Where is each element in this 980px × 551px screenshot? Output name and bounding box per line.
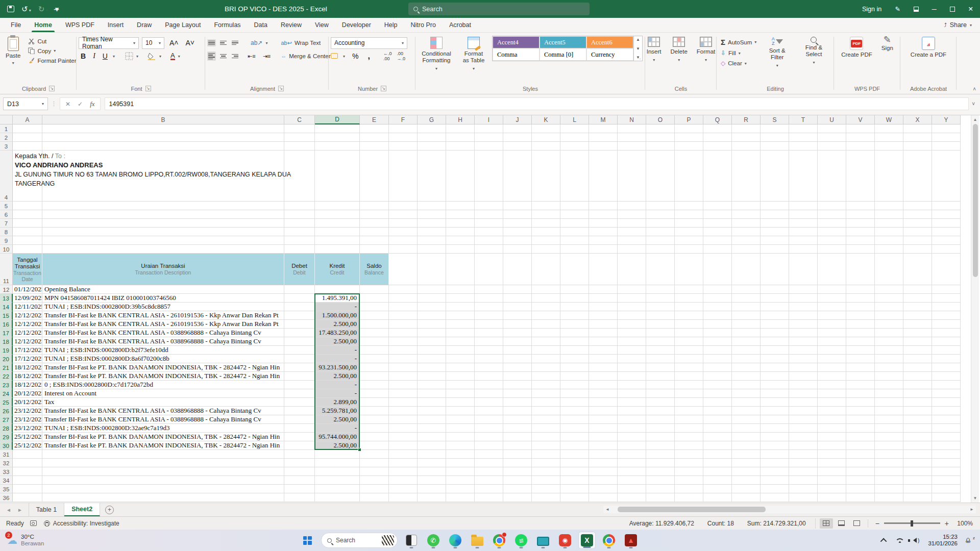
column-header-P[interactable]: P xyxy=(675,115,703,124)
cell-I3[interactable] xyxy=(475,142,503,151)
cell-Q27[interactable] xyxy=(703,415,732,424)
cell-N32[interactable] xyxy=(618,459,646,467)
cell-B31[interactable] xyxy=(42,450,284,459)
cell-N7[interactable] xyxy=(618,219,646,228)
cell-R26[interactable] xyxy=(732,407,761,415)
ribbon-tab-home[interactable]: Home xyxy=(28,18,59,32)
cut-button[interactable]: Cut xyxy=(26,36,78,46)
cell-S34[interactable] xyxy=(761,476,789,485)
cell-O36[interactable] xyxy=(646,493,675,502)
cell-R17[interactable] xyxy=(732,329,761,337)
cell-Y24[interactable] xyxy=(932,389,961,398)
cell-B17[interactable]: Transfer BI-Fast ke BANK CENTRAL ASIA - … xyxy=(42,329,284,337)
column-header-O[interactable]: O xyxy=(646,115,675,124)
cell-G24[interactable] xyxy=(418,389,446,398)
cell-J4[interactable] xyxy=(503,151,532,202)
cell-C27[interactable] xyxy=(284,415,315,424)
cell-Q16[interactable] xyxy=(703,320,732,329)
cell-J12[interactable] xyxy=(503,285,532,294)
notification-bell-icon[interactable]: 🕭z xyxy=(963,536,974,544)
cell-I31[interactable] xyxy=(475,450,503,459)
cell-E3[interactable] xyxy=(360,142,389,151)
cell-G11[interactable] xyxy=(418,254,446,285)
cell-E1[interactable] xyxy=(360,124,389,133)
cell-V18[interactable] xyxy=(846,337,875,346)
cell-J16[interactable] xyxy=(503,320,532,329)
cell-D18[interactable]: 2.500,00 xyxy=(315,337,360,346)
cell-F7[interactable] xyxy=(389,219,418,228)
cell-W21[interactable] xyxy=(875,363,903,372)
cell-C34[interactable] xyxy=(284,476,315,485)
cell-R10[interactable] xyxy=(732,245,761,254)
cell-J3[interactable] xyxy=(503,142,532,151)
fill-button[interactable]: ⇩Fill▾ xyxy=(719,48,758,58)
cell-T13[interactable] xyxy=(789,294,818,303)
cell-D35[interactable] xyxy=(315,485,360,493)
cell-I4[interactable] xyxy=(475,151,503,202)
cell-L33[interactable] xyxy=(560,467,589,476)
cell-E26[interactable] xyxy=(360,407,389,415)
cell-W5[interactable] xyxy=(875,202,903,210)
cell-T23[interactable] xyxy=(789,381,818,389)
cell-V30[interactable] xyxy=(846,441,875,450)
cell-Y19[interactable] xyxy=(932,346,961,355)
cell-J26[interactable] xyxy=(503,407,532,415)
cell-D7[interactable] xyxy=(315,219,360,228)
cell-W27[interactable] xyxy=(875,415,903,424)
formula-input[interactable]: 1495391 xyxy=(105,97,969,110)
cell-A23[interactable]: 18/12/2025 xyxy=(13,381,42,389)
next-sheet-icon[interactable]: ► xyxy=(17,507,22,513)
cell-E13[interactable] xyxy=(360,294,389,303)
cell-E22[interactable] xyxy=(360,372,389,381)
cell-F15[interactable] xyxy=(389,311,418,320)
decrease-indent-button[interactable]: ⇤≡ xyxy=(246,53,258,60)
cell-J7[interactable] xyxy=(503,219,532,228)
cell-D31[interactable] xyxy=(315,450,360,459)
cell-Q17[interactable] xyxy=(703,329,732,337)
cell-P30[interactable] xyxy=(675,441,703,450)
cell-C16[interactable] xyxy=(284,320,315,329)
cell-D24[interactable]: - xyxy=(315,389,360,398)
cell-X34[interactable] xyxy=(903,476,932,485)
cell-Q12[interactable] xyxy=(703,285,732,294)
row-header-18[interactable]: 18 xyxy=(0,337,13,346)
cell-L36[interactable] xyxy=(560,493,589,502)
cell-B22[interactable]: Transfer BI-Fast ke PT. BANK DANAMON IND… xyxy=(42,372,284,381)
undo-icon[interactable]: ↺ ▾ xyxy=(21,5,31,14)
cell-P22[interactable] xyxy=(675,372,703,381)
cell-U22[interactable] xyxy=(818,372,846,381)
cell-F22[interactable] xyxy=(389,372,418,381)
cell-I10[interactable] xyxy=(475,245,503,254)
cell-K16[interactable] xyxy=(532,320,560,329)
cell-B23[interactable]: 0 ; ESB:INDS:0002800D:c7d1720a72bd xyxy=(42,381,284,389)
cell-O21[interactable] xyxy=(646,363,675,372)
cell-J29[interactable] xyxy=(503,433,532,441)
cell-S8[interactable] xyxy=(761,228,789,236)
cell-Q23[interactable] xyxy=(703,381,732,389)
cell-P29[interactable] xyxy=(675,433,703,441)
cell-N19[interactable] xyxy=(618,346,646,355)
cell-R1[interactable] xyxy=(732,124,761,133)
enter-icon[interactable]: ✓ xyxy=(78,101,83,108)
cell-S19[interactable] xyxy=(761,346,789,355)
cell-N10[interactable] xyxy=(618,245,646,254)
row-header-13[interactable]: 13 xyxy=(0,294,13,303)
weather-widget[interactable]: ☁2 30°CBerawan xyxy=(0,534,51,547)
cell-S20[interactable] xyxy=(761,355,789,363)
row-header-20[interactable]: 20 xyxy=(0,355,13,363)
cell-L18[interactable] xyxy=(560,337,589,346)
cell-I18[interactable] xyxy=(475,337,503,346)
cell-F10[interactable] xyxy=(389,245,418,254)
cell-H19[interactable] xyxy=(446,346,475,355)
cell-G21[interactable] xyxy=(418,363,446,372)
new-sheet-button[interactable]: + xyxy=(105,506,114,514)
cell-L11[interactable] xyxy=(560,254,589,285)
cell-U26[interactable] xyxy=(818,407,846,415)
cell-R9[interactable] xyxy=(732,236,761,245)
save-icon[interactable] xyxy=(7,6,14,12)
cell-H28[interactable] xyxy=(446,424,475,433)
cell-H33[interactable] xyxy=(446,467,475,476)
cell-X4[interactable] xyxy=(903,151,932,202)
cell-I13[interactable] xyxy=(475,294,503,303)
cell-Q9[interactable] xyxy=(703,236,732,245)
